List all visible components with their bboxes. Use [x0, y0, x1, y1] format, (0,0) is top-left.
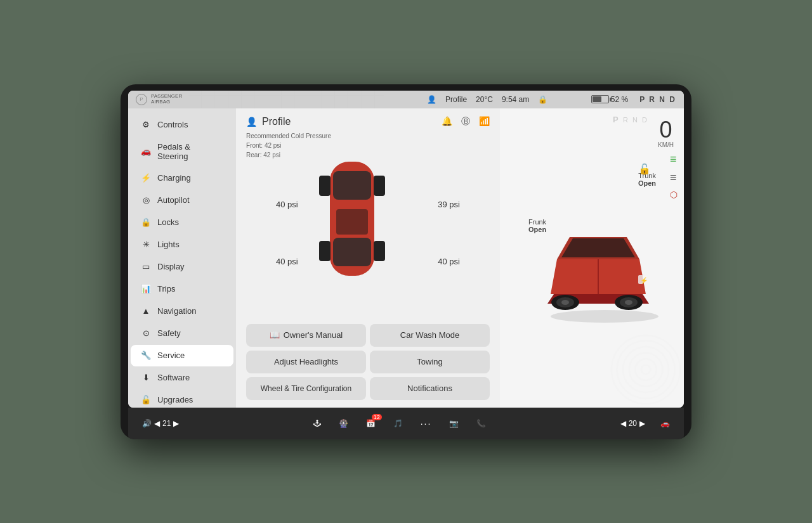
pinwheel-icon: 🎡	[339, 419, 348, 428]
sidebar-label-software: Software	[157, 373, 190, 382]
sidebar-item-trips[interactable]: 📊 Trips	[131, 278, 233, 300]
car-3d-container: ⚡ Frunk Open	[522, 212, 662, 323]
car-top-view: 40 psi 39 psi 40 psi 40 psi	[311, 149, 425, 301]
volume-value: 21	[162, 419, 171, 428]
taskbar-music[interactable]: 🎵	[390, 416, 407, 430]
svg-point-23	[641, 365, 650, 373]
sidebar-label-autopilot: Autopilot	[157, 195, 190, 205]
volume-control[interactable]: 🔊 ◀ 21 ▶	[138, 416, 183, 430]
airbag-section: P PASSENGERAIRBAG	[136, 94, 182, 105]
taskbar-calendar[interactable]: 📅 12	[362, 416, 379, 430]
svg-rect-3	[336, 209, 368, 235]
sidebar: ⚙ Controls 🚗 Pedals & Steering ⚡ Chargin…	[128, 108, 236, 408]
controls-icon: ⚙	[141, 120, 151, 130]
temp-right-arrow[interactable]: ▶	[639, 419, 645, 428]
battery-icon	[591, 95, 609, 103]
more-icon: ···	[421, 418, 432, 429]
taskbar-camera[interactable]: 📷	[445, 416, 462, 430]
sidebar-item-controls[interactable]: ⚙ Controls	[131, 114, 233, 136]
towing-button[interactable]: Towing	[370, 351, 490, 373]
drive-mode-display: P R N D	[613, 115, 648, 124]
sidebar-label-service: Service	[157, 351, 185, 360]
speed-display: 0 KM/H	[658, 119, 674, 148]
tire-fr-pressure: 39 psi	[438, 200, 460, 209]
volume-icon: 🔊	[142, 419, 152, 428]
svg-rect-4	[319, 176, 331, 196]
autopilot-icon: ◎	[141, 195, 151, 205]
sidebar-item-navigation[interactable]: ▲ Navigation	[131, 300, 233, 322]
speed-number: 0	[658, 119, 674, 141]
sidebar-label-trips: Trips	[157, 284, 175, 294]
navigation-icon: ▲	[141, 306, 151, 316]
bell-icon: 🔔	[442, 116, 452, 127]
frunk-label: Frunk	[528, 218, 546, 226]
speed-unit: KM/H	[658, 141, 674, 148]
sidebar-label-pedals: Pedals & Steering	[157, 142, 223, 161]
battery-percent: 52 %	[611, 95, 628, 104]
sidebar-label-charging: Charging	[157, 173, 191, 183]
volume-right-arrow[interactable]: ▶	[173, 419, 179, 428]
taskbar-phone[interactable]: 📞	[473, 416, 490, 430]
frunk-section: Frunk Open	[528, 218, 546, 233]
safety-icon: ⊙	[141, 328, 151, 339]
code-icon: ⬡	[670, 190, 678, 200]
taskbar-joystick[interactable]: 🕹	[310, 416, 325, 430]
svg-point-20	[623, 347, 669, 392]
sidebar-item-lights[interactable]: ✳ Lights	[131, 234, 233, 255]
climate-control[interactable]: ◀ 20 ▶	[617, 416, 649, 430]
display-icon: ▭	[141, 262, 151, 272]
owners-manual-button[interactable]: 📖 Owner's Manual	[246, 324, 366, 347]
owners-manual-label: Owner's Manual	[284, 330, 343, 340]
panel-profile-icon: 👤	[246, 117, 257, 127]
car-taskbar-icon: 🚗	[660, 419, 670, 428]
sidebar-item-upgrades[interactable]: 🔓 Upgrades	[131, 389, 233, 408]
airbag-circle: P	[136, 94, 147, 105]
wheel-config-label: Wheel & Tire Configuration	[261, 384, 351, 393]
locks-icon: 🔒	[141, 217, 151, 228]
battery-fill	[593, 96, 601, 102]
sidebar-item-pedals[interactable]: 🚗 Pedals & Steering	[131, 136, 233, 167]
signal-icon: 📶	[479, 116, 490, 127]
right-panel: P R N D 0 KM/H ≡ ≡ ⬡ Trunk Open	[500, 108, 684, 408]
tire-rr-pressure: 40 psi	[438, 257, 460, 266]
airbag-label: PASSENGERAIRBAG	[151, 94, 182, 105]
towing-label: Towing	[417, 357, 442, 366]
svg-rect-6	[319, 241, 331, 261]
taskbar-pinwheel[interactable]: 🎡	[335, 416, 352, 430]
svg-point-11	[561, 300, 569, 305]
frunk-status: Open	[528, 226, 546, 233]
lock-icon-status: 🔒	[538, 95, 547, 104]
status-bar: P PASSENGERAIRBAG 👤 Profile 20°C 9:54 am…	[128, 91, 684, 108]
calendar-icon: 📅	[366, 419, 376, 428]
time-display: 9:54 am	[502, 95, 529, 104]
tire-fl-pressure: 40 psi	[276, 200, 298, 209]
temp-left-arrow[interactable]: ◀	[620, 419, 626, 428]
lines-icon-1: ≡	[670, 153, 678, 166]
calendar-badge: 12	[372, 414, 382, 420]
svg-rect-5	[374, 176, 385, 196]
panel-header: 👤 Profile 🔔 Ⓑ 📶	[246, 116, 490, 127]
header-icons: 🔔 Ⓑ 📶	[442, 116, 490, 127]
sidebar-item-charging[interactable]: ⚡ Charging	[131, 167, 233, 189]
phone-icon: 📞	[476, 419, 486, 428]
taskbar-car[interactable]: 🚗	[657, 416, 674, 430]
sidebar-item-locks[interactable]: 🔒 Locks	[131, 212, 233, 233]
sidebar-item-service[interactable]: 🔧 Service	[131, 345, 233, 366]
adjust-headlights-button[interactable]: Adjust Headlights	[246, 351, 366, 373]
volume-left-arrow[interactable]: ◀	[154, 419, 160, 428]
profile-label-status: Profile	[445, 95, 467, 104]
joystick-icon: 🕹	[313, 419, 321, 428]
taskbar-more[interactable]: ···	[417, 416, 436, 431]
main-screen: P PASSENGERAIRBAG 👤 Profile 20°C 9:54 am…	[128, 91, 684, 408]
sidebar-item-display[interactable]: ▭ Display	[131, 256, 233, 278]
sidebar-item-software[interactable]: ⬇ Software	[131, 367, 233, 389]
sidebar-item-autopilot[interactable]: ◎ Autopilot	[131, 190, 233, 211]
notifications-button[interactable]: Notifications	[370, 377, 490, 400]
wheel-config-button[interactable]: Wheel & Tire Configuration	[246, 377, 366, 400]
sidebar-item-safety[interactable]: ⊙ Safety	[131, 323, 233, 344]
svg-rect-1	[333, 171, 371, 200]
sidebar-label-upgrades: Upgrades	[157, 395, 193, 404]
car-wash-button[interactable]: Car Wash Mode	[370, 324, 490, 347]
battery-section: 52 %	[591, 95, 628, 104]
software-icon: ⬇	[141, 373, 151, 383]
